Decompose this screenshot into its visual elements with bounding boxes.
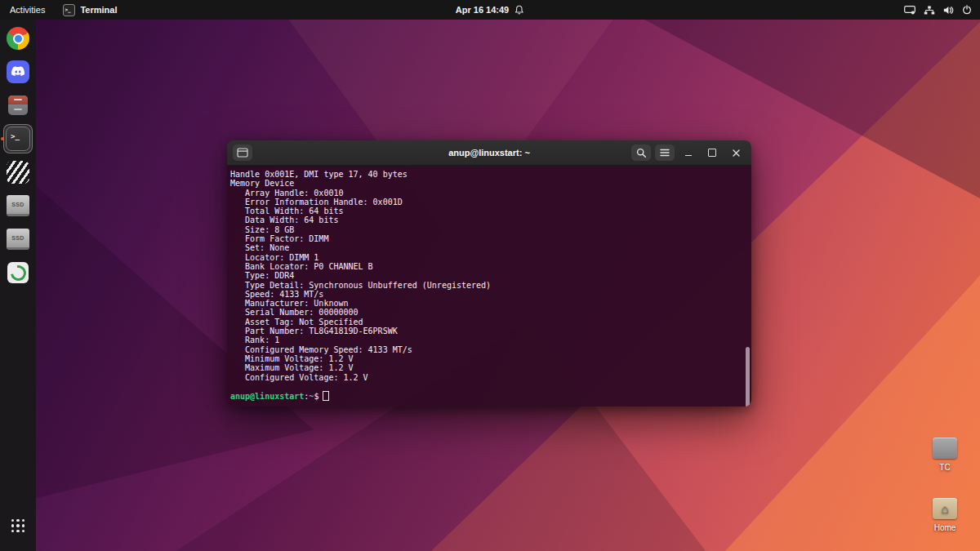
search-icon [636, 148, 647, 158]
dock-item-striped-app[interactable] [3, 158, 33, 187]
chrome-icon [7, 27, 29, 50]
hamburger-menu-icon [660, 149, 670, 157]
minimize-icon [685, 149, 692, 156]
tc-folder-icon [933, 438, 957, 459]
desktop-icon-tc[interactable]: TC [925, 438, 964, 472]
dock-item-terminal[interactable] [3, 124, 33, 153]
close-button[interactable] [726, 144, 746, 161]
terminal-scrollbar[interactable] [746, 347, 750, 407]
app-grid-icon [11, 519, 24, 532]
search-button[interactable] [631, 144, 651, 161]
desktop-icon-label: Home [934, 523, 956, 532]
running-indicator-dot [1, 137, 4, 140]
terminal-icon [6, 127, 30, 151]
terminal-titlebar[interactable]: anup@linuxstart: ~ [227, 140, 751, 166]
terminal-screen[interactable]: Handle 0x001E, DMI type 17, 40 bytes Mem… [227, 166, 751, 407]
maximize-icon [708, 149, 716, 157]
volume-icon [943, 6, 954, 15]
minimize-button[interactable] [679, 144, 698, 161]
close-icon [732, 149, 741, 158]
dock-item-files[interactable] [3, 91, 33, 120]
dock-item-sync-app[interactable] [3, 258, 33, 287]
maximize-button[interactable] [702, 144, 722, 161]
show-applications-button[interactable] [3, 511, 33, 540]
ssd-drive-icon: SSD [7, 229, 29, 250]
clock-button[interactable]: Apr 16 14:49 [456, 5, 524, 15]
desktop: Activities Terminal Apr 16 14:49 [0, 0, 980, 551]
dock-item-chrome[interactable] [3, 24, 33, 53]
top-bar: Activities Terminal Apr 16 14:49 [0, 0, 980, 20]
terminal-prompt: anup@linuxstart:~$ [230, 391, 745, 401]
ssd-drive-icon: SSD [7, 195, 29, 216]
app-menu-label: Terminal [80, 5, 117, 15]
dock-item-discord[interactable] [3, 57, 33, 87]
power-icon [962, 5, 972, 15]
dock-item-ssd-drive-1[interactable]: SSD [3, 191, 33, 220]
file-manager-icon [8, 96, 28, 115]
app-menu-button[interactable]: Terminal [63, 4, 117, 16]
desktop-icon-label: TC [939, 463, 950, 472]
terminal-output: Handle 0x001E, DMI type 17, 40 bytes Mem… [230, 170, 745, 382]
dock: SSD SSD [0, 20, 36, 551]
network-icon [924, 6, 935, 15]
clock-label: Apr 16 14:49 [456, 5, 509, 15]
desktop-icon-home[interactable]: Home [925, 498, 964, 532]
prompt-user-host: anup@linuxstart [230, 392, 304, 401]
dock-item-ssd-drive-2[interactable]: SSD [3, 224, 33, 254]
new-tab-button[interactable] [233, 144, 252, 161]
ssd-label: SSD [11, 202, 24, 207]
home-folder-icon [933, 498, 957, 519]
terminal-cursor [323, 391, 329, 401]
terminal-app-icon [63, 4, 75, 16]
system-menu-button[interactable] [904, 5, 973, 15]
notifications-bell-icon [514, 5, 524, 15]
terminal-window: anup@linuxstart: ~ [227, 140, 751, 407]
striped-app-icon [7, 161, 29, 184]
screencast-icon [904, 6, 915, 15]
window-title: anup@linuxstart: ~ [448, 148, 530, 158]
activities-button[interactable]: Activities [7, 5, 48, 15]
menu-button[interactable] [655, 144, 675, 161]
new-tab-icon [237, 148, 248, 158]
discord-icon [7, 60, 29, 83]
prompt-symbol: $ [314, 392, 318, 401]
ssd-label: SSD [11, 235, 24, 241]
sync-arrows-icon [7, 262, 29, 283]
